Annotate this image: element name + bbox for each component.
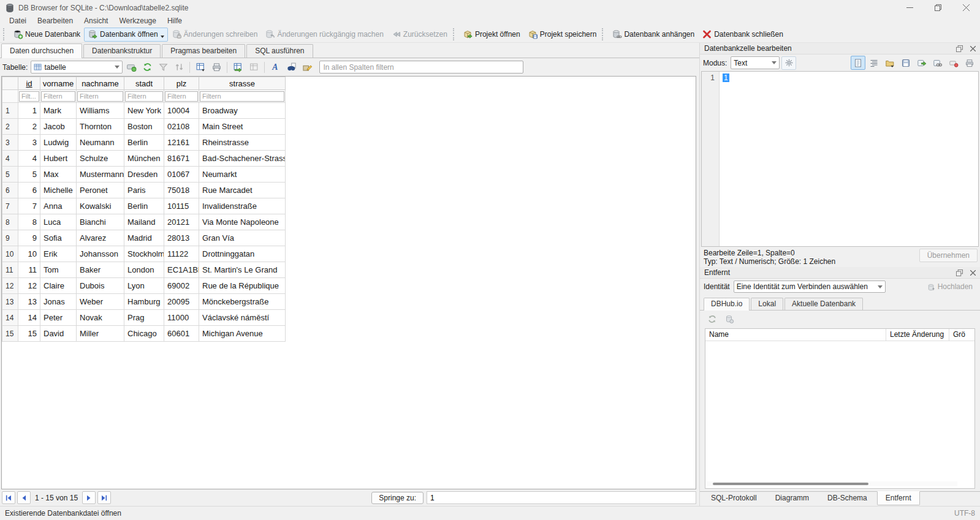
cell-stadt[interactable]: Prag: [124, 310, 164, 326]
horizontal-scrollbar[interactable]: [707, 481, 957, 486]
save-results-button[interactable]: [193, 60, 208, 74]
new-record-button[interactable]: [124, 60, 139, 74]
cell-strasse[interactable]: Rue Marcadet: [199, 183, 286, 198]
cell-plz[interactable]: 11122: [164, 246, 199, 262]
cell-vorname[interactable]: Hubert: [40, 151, 77, 167]
cell-stadt[interactable]: Chicago: [124, 326, 164, 342]
cell-stadt[interactable]: München: [124, 151, 164, 167]
cell-strasse[interactable]: Mönckebergstraße: [199, 294, 286, 310]
export-cell-button[interactable]: [914, 56, 929, 70]
cell-strasse[interactable]: St. Martin's Le Grand: [199, 262, 286, 278]
remote-clone-button[interactable]: [722, 312, 737, 326]
print-cell-button[interactable]: [962, 56, 977, 70]
cell-editor[interactable]: 1 1: [701, 71, 979, 247]
cell-id[interactable]: 3: [18, 135, 40, 151]
cell-nachname[interactable]: Kowalski: [77, 198, 124, 214]
cell-nachname[interactable]: Miller: [77, 326, 124, 342]
column-header-nachname[interactable]: nachname: [77, 77, 124, 90]
cell-stadt[interactable]: Lyon: [124, 278, 164, 294]
row-number-cell[interactable]: 9: [2, 230, 18, 246]
row-number-cell[interactable]: 6: [2, 183, 18, 198]
column-header-stadt[interactable]: stadt: [124, 77, 164, 90]
cell-stadt[interactable]: Dresden: [124, 167, 164, 183]
dock-tab-sql-protokoll[interactable]: SQL-Protokoll: [702, 492, 765, 505]
cell-stadt[interactable]: Boston: [124, 119, 164, 135]
cell-nachname[interactable]: Alvarez: [77, 230, 124, 246]
cell-plz[interactable]: 60601: [164, 326, 199, 342]
tab-sql-ausf-hren[interactable]: SQL ausführen: [246, 44, 313, 58]
cell-stadt[interactable]: Madrid: [124, 230, 164, 246]
tab-daten-durchsuchen[interactable]: Daten durchsuchen: [1, 43, 82, 58]
cell-vorname[interactable]: Anna: [40, 198, 77, 214]
cell-vorname[interactable]: Tom: [40, 262, 77, 278]
cell-plz[interactable]: 69002: [164, 278, 199, 294]
cell-strasse[interactable]: Broadway: [199, 103, 286, 119]
text-view-button[interactable]: [851, 56, 865, 70]
cell-vorname[interactable]: Erik: [40, 246, 77, 262]
word-wrap-button[interactable]: [867, 56, 881, 70]
settings-button[interactable]: [781, 56, 796, 70]
cell-vorname[interactable]: Mark: [40, 103, 77, 119]
cell-id[interactable]: 7: [18, 198, 40, 214]
row-number-cell[interactable]: 5: [2, 167, 18, 183]
cell-id[interactable]: 5: [18, 167, 40, 183]
close-dock-icon[interactable]: [968, 44, 978, 53]
filter-input-stadt[interactable]: [125, 91, 163, 102]
cell-nachname[interactable]: Mustermann: [77, 167, 124, 183]
cell-stadt[interactable]: London: [124, 262, 164, 278]
new-database-button[interactable]: Neue Datenbank: [9, 28, 84, 42]
cell-strasse[interactable]: Drottninggatan: [199, 246, 286, 262]
column-header-vorname[interactable]: vorname: [40, 77, 77, 90]
cell-nachname[interactable]: Baker: [77, 262, 124, 278]
menu-hilfe[interactable]: Hilfe: [162, 16, 188, 26]
edit-cell-button[interactable]: [300, 60, 314, 74]
export-table-button[interactable]: [246, 60, 261, 74]
dock-tab-diagramm[interactable]: Diagramm: [767, 492, 818, 505]
cell-strasse[interactable]: Bad-Schachener-Strasse: [199, 151, 286, 167]
sort-button[interactable]: [172, 60, 186, 74]
cell-strasse[interactable]: Via Monte Napoleone: [199, 214, 286, 230]
clear-filter-button[interactable]: [156, 60, 170, 74]
column-header-name[interactable]: Name: [705, 329, 886, 341]
cell-plz[interactable]: 11000: [164, 310, 199, 326]
row-number-cell[interactable]: 3: [2, 135, 18, 151]
row-number-cell[interactable]: 8: [2, 214, 18, 230]
cell-stadt[interactable]: Hamburg: [124, 294, 164, 310]
cell-vorname[interactable]: Sofia: [40, 230, 77, 246]
cell-id[interactable]: 2: [18, 119, 40, 135]
open-database-button[interactable]: Datenbank öffnen: [84, 28, 168, 42]
import-table-button[interactable]: [230, 60, 245, 74]
dock-tab-entfernt[interactable]: Entfernt: [877, 491, 920, 505]
cell-plz[interactable]: 01067: [164, 167, 199, 183]
menu-bearbeiten[interactable]: Bearbeiten: [32, 16, 78, 26]
row-number-cell[interactable]: 4: [2, 151, 18, 167]
row-number-cell[interactable]: 7: [2, 198, 18, 214]
cell-vorname[interactable]: Jonas: [40, 294, 77, 310]
cell-plz[interactable]: 28013: [164, 230, 199, 246]
cell-nachname[interactable]: Thornton: [77, 119, 124, 135]
cell-nachname[interactable]: Bianchi: [77, 214, 124, 230]
column-header-id[interactable]: id: [18, 77, 40, 90]
restore-button[interactable]: [924, 0, 952, 15]
float-dock-icon[interactable]: [954, 268, 964, 277]
font-button[interactable]: A: [268, 60, 283, 74]
cell-vorname[interactable]: David: [40, 326, 77, 342]
remote-tab-lokal[interactable]: Lokal: [751, 298, 783, 310]
identity-select[interactable]: Eine Identität zum Verbinden auswählen: [734, 281, 886, 293]
table-select[interactable]: tabelle: [31, 61, 123, 73]
cell-nachname[interactable]: Peronet: [77, 183, 124, 198]
column-header-strasse[interactable]: strasse: [199, 77, 286, 90]
apply-button[interactable]: Übernehmen: [919, 249, 978, 262]
close-dock-icon[interactable]: [968, 268, 978, 277]
menu-ansicht[interactable]: Ansicht: [78, 16, 113, 26]
row-number-cell[interactable]: 15: [2, 326, 18, 342]
remote-refresh-button[interactable]: [705, 312, 720, 326]
row-number-cell[interactable]: 10: [2, 246, 18, 262]
cell-nachname[interactable]: Novak: [77, 310, 124, 326]
cell-stadt[interactable]: Stockholm: [124, 246, 164, 262]
cell-stadt[interactable]: Berlin: [124, 198, 164, 214]
column-header-size[interactable]: Grö: [949, 329, 974, 341]
cell-id[interactable]: 9: [18, 230, 40, 246]
cell-plz[interactable]: 12161: [164, 135, 199, 151]
cell-vorname[interactable]: Luca: [40, 214, 77, 230]
